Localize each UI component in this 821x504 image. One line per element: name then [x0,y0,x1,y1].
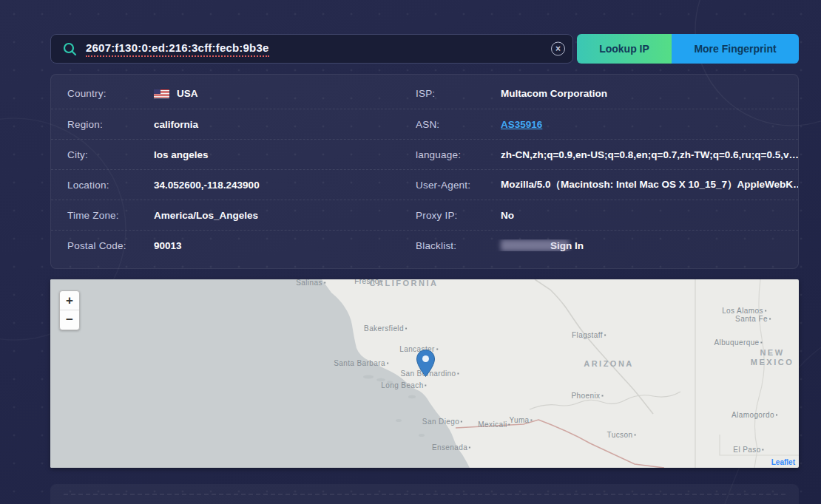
info-row: Time Zone:America/Los_AngelesProxy IP:No [51,200,798,230]
field-value: 34.052600,-118.243900 [154,180,260,191]
field-label: User-Agent: [416,180,501,191]
info-cell-left: Location:34.052600,-118.243900 [51,180,416,191]
info-cell-right: ISP:Multacom Corporation [416,88,798,99]
info-cell-left: Country:USA [51,88,416,99]
field-label: Proxy IP: [416,210,501,221]
field-value: 90013 [154,240,182,251]
field-value-text: Mozilla/5.0（Macintosh: Intel Mac OS X 10… [501,178,798,191]
info-row: Country:USAISP:Multacom Corporation [51,78,798,109]
field-label: ASN: [416,119,501,130]
next-section-panel [50,484,799,504]
info-cell-left: Time Zone:America/Los_Angeles [51,210,416,221]
field-value-text: 34.052600,-118.243900 [154,180,260,191]
lookup-ip-button[interactable]: Lookup IP [577,34,672,64]
zoom-out-button[interactable]: − [60,310,79,330]
info-cell-left: City:los angeles [51,149,416,160]
field-value: America/Los_Angeles [154,210,258,221]
field-label: ISP: [416,88,501,99]
asn-link[interactable]: AS35916 [501,119,542,130]
field-value: california [154,119,198,130]
info-cell-left: Postal Code:90013 [51,240,416,251]
blurred-blacklist-value [501,239,569,251]
field-value[interactable]: Sign In [501,239,584,251]
field-value: zh-CN,zh;q=0.9,en-US;q=0.8,en;q=0.7,zh-T… [501,149,798,160]
gila-river [530,392,680,409]
field-value: USA [154,88,198,99]
ip-info-panel: Country:USAISP:Multacom CorporationRegio… [50,74,799,269]
location-marker-pin[interactable] [416,349,436,381]
clear-icon[interactable]: × [551,42,565,56]
search-icon [63,42,77,56]
field-value: los angeles [154,149,209,160]
us-mexico-border [456,420,664,468]
field-value-text: california [154,119,198,130]
nm-tx-border [720,435,799,455]
field-label: language: [416,149,501,160]
us-flag-icon [154,89,169,98]
field-label: Location: [67,180,154,191]
field-value-text: America/Los_Angeles [154,210,258,221]
search-input[interactable]: 2607:f130:0:ed:216:3cff:fecb:9b3e [86,41,269,57]
field-value: No [501,210,514,221]
field-value-text: AS35916 [501,119,542,130]
info-cell-right: ASN:AS35916 [416,119,798,130]
zoom-in-button[interactable]: + [60,291,79,310]
field-label: Country: [67,88,154,99]
map-container[interactable]: SalinasFresnoBakersfieldLancasterSanta B… [50,279,799,468]
field-value-text: zh-CN,zh;q=0.9,en-US;q=0.8,en;q=0.7,zh-T… [501,149,798,160]
map-zoom-control: + − [59,290,80,330]
field-value: Multacom Corporation [501,88,607,99]
info-cell-right: Blacklist:Sign In [416,239,798,251]
pacific-ocean [50,279,470,468]
leaflet-attribution-link[interactable]: Leaflet [771,458,795,466]
search-bar: 2607:f130:0:ed:216:3cff:fecb:9b3e × [50,34,573,64]
info-row: City:los angeleslanguage:zh-CN,zh;q=0.9,… [51,139,798,169]
info-cell-right: Proxy IP:No [416,210,798,221]
info-cell-left: Region:california [51,119,416,130]
field-label: City: [67,149,154,160]
more-fingerprint-button[interactable]: More Fingerprint [672,34,799,64]
info-row: Location:34.052600,-118.243900User-Agent… [51,169,798,200]
field-value-text: 90013 [154,240,182,251]
rio-grande [754,279,764,468]
field-value-text: No [501,210,514,221]
info-row: Region:californiaASN:AS35916 [51,109,798,139]
field-value: Mozilla/5.0（Macintosh: Intel Mac OS X 10… [501,178,798,191]
info-row: Postal Code:90013Blacklist:Sign In [51,230,798,260]
info-cell-right: language:zh-CN,zh;q=0.9,en-US;q=0.8,en;q… [416,149,798,160]
info-cell-right: User-Agent:Mozilla/5.0（Macintosh: Intel … [416,178,798,191]
field-label: Time Zone: [67,210,154,221]
field-value-text: Multacom Corporation [501,88,607,99]
ip-lookup-page: 2607:f130:0:ed:216:3cff:fecb:9b3e × Look… [0,0,821,504]
field-value-text: USA [177,88,198,99]
field-label: Postal Code: [67,240,154,251]
bottom-panel-divider [64,494,785,495]
field-label: Region: [67,119,154,130]
nv-az-border [535,279,653,414]
field-value-text: los angeles [154,149,209,160]
field-label: Blacklist: [416,240,501,251]
